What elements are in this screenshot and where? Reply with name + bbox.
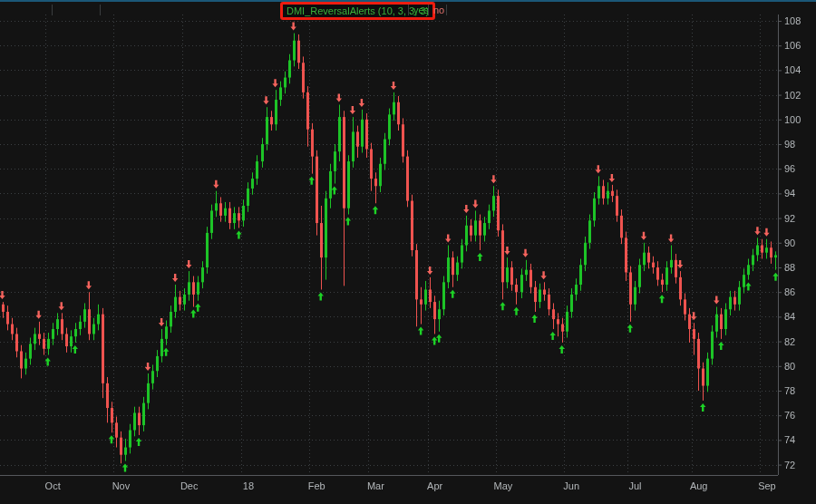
header-cell-divider (100, 5, 101, 15)
header-cell-divider (428, 5, 429, 15)
chart-header-band: DMI_ReversalAlerts (10, 3, 3, 3) yes no (0, 0, 816, 15)
study-option-no[interactable]: no (431, 4, 447, 16)
time-axis[interactable] (0, 475, 778, 504)
price-axis[interactable] (778, 15, 816, 475)
trading-chart-window: DMI_ReversalAlerts (10, 3, 3, 3) yes no (0, 0, 816, 504)
header-cell-divider (52, 5, 53, 15)
header-cell-divider (408, 5, 409, 15)
chart-plot-area[interactable] (0, 15, 778, 475)
header-cell-divider (446, 5, 447, 15)
